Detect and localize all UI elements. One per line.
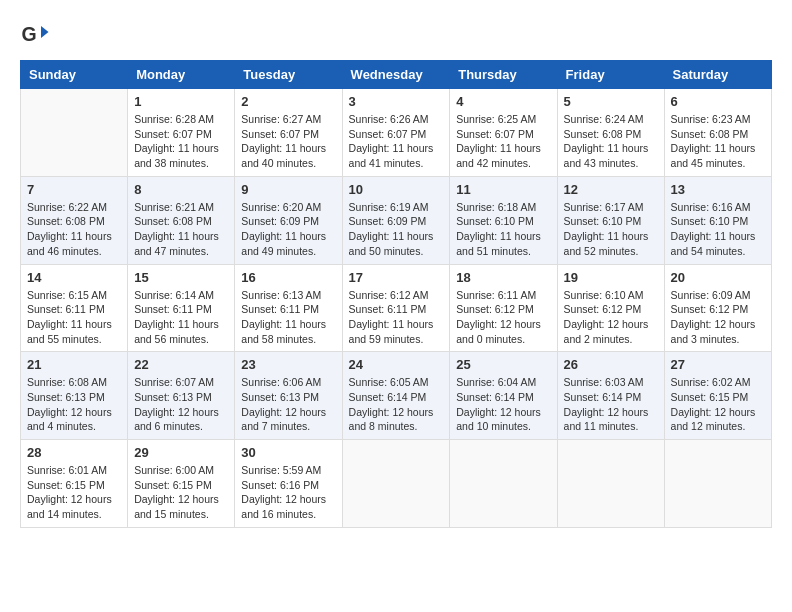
day-info: Sunrise: 6:23 AMSunset: 6:08 PMDaylight:…	[671, 112, 765, 171]
day-info: Sunrise: 6:05 AMSunset: 6:14 PMDaylight:…	[349, 375, 444, 434]
calendar-day-cell: 30Sunrise: 5:59 AMSunset: 6:16 PMDayligh…	[235, 440, 342, 528]
weekday-header: Wednesday	[342, 61, 450, 89]
calendar-day-cell: 10Sunrise: 6:19 AMSunset: 6:09 PMDayligh…	[342, 176, 450, 264]
calendar-day-cell: 9Sunrise: 6:20 AMSunset: 6:09 PMDaylight…	[235, 176, 342, 264]
calendar: SundayMondayTuesdayWednesdayThursdayFrid…	[20, 60, 772, 528]
calendar-day-cell: 13Sunrise: 6:16 AMSunset: 6:10 PMDayligh…	[664, 176, 771, 264]
calendar-day-cell: 3Sunrise: 6:26 AMSunset: 6:07 PMDaylight…	[342, 89, 450, 177]
day-info: Sunrise: 6:00 AMSunset: 6:15 PMDaylight:…	[134, 463, 228, 522]
day-number: 13	[671, 182, 765, 197]
day-info: Sunrise: 6:14 AMSunset: 6:11 PMDaylight:…	[134, 288, 228, 347]
day-info: Sunrise: 6:27 AMSunset: 6:07 PMDaylight:…	[241, 112, 335, 171]
day-number: 27	[671, 357, 765, 372]
day-number: 23	[241, 357, 335, 372]
day-number: 2	[241, 94, 335, 109]
day-info: Sunrise: 6:28 AMSunset: 6:07 PMDaylight:…	[134, 112, 228, 171]
calendar-day-cell: 29Sunrise: 6:00 AMSunset: 6:15 PMDayligh…	[128, 440, 235, 528]
calendar-day-cell: 11Sunrise: 6:18 AMSunset: 6:10 PMDayligh…	[450, 176, 557, 264]
calendar-day-cell: 25Sunrise: 6:04 AMSunset: 6:14 PMDayligh…	[450, 352, 557, 440]
day-info: Sunrise: 6:16 AMSunset: 6:10 PMDaylight:…	[671, 200, 765, 259]
calendar-day-cell: 19Sunrise: 6:10 AMSunset: 6:12 PMDayligh…	[557, 264, 664, 352]
calendar-day-cell: 5Sunrise: 6:24 AMSunset: 6:08 PMDaylight…	[557, 89, 664, 177]
day-number: 20	[671, 270, 765, 285]
day-number: 16	[241, 270, 335, 285]
logo-icon: G	[20, 20, 50, 50]
calendar-day-cell: 20Sunrise: 6:09 AMSunset: 6:12 PMDayligh…	[664, 264, 771, 352]
day-number: 14	[27, 270, 121, 285]
weekday-header: Monday	[128, 61, 235, 89]
day-info: Sunrise: 6:25 AMSunset: 6:07 PMDaylight:…	[456, 112, 550, 171]
calendar-day-cell: 27Sunrise: 6:02 AMSunset: 6:15 PMDayligh…	[664, 352, 771, 440]
day-number: 30	[241, 445, 335, 460]
calendar-week-row: 28Sunrise: 6:01 AMSunset: 6:15 PMDayligh…	[21, 440, 772, 528]
day-number: 22	[134, 357, 228, 372]
day-number: 26	[564, 357, 658, 372]
calendar-week-row: 21Sunrise: 6:08 AMSunset: 6:13 PMDayligh…	[21, 352, 772, 440]
day-info: Sunrise: 5:59 AMSunset: 6:16 PMDaylight:…	[241, 463, 335, 522]
day-number: 28	[27, 445, 121, 460]
calendar-day-cell	[21, 89, 128, 177]
calendar-day-cell: 7Sunrise: 6:22 AMSunset: 6:08 PMDaylight…	[21, 176, 128, 264]
calendar-week-row: 14Sunrise: 6:15 AMSunset: 6:11 PMDayligh…	[21, 264, 772, 352]
day-number: 8	[134, 182, 228, 197]
calendar-day-cell: 16Sunrise: 6:13 AMSunset: 6:11 PMDayligh…	[235, 264, 342, 352]
calendar-day-cell	[450, 440, 557, 528]
day-number: 5	[564, 94, 658, 109]
day-info: Sunrise: 6:08 AMSunset: 6:13 PMDaylight:…	[27, 375, 121, 434]
day-info: Sunrise: 6:07 AMSunset: 6:13 PMDaylight:…	[134, 375, 228, 434]
weekday-header: Thursday	[450, 61, 557, 89]
weekday-header: Saturday	[664, 61, 771, 89]
calendar-day-cell: 21Sunrise: 6:08 AMSunset: 6:13 PMDayligh…	[21, 352, 128, 440]
day-number: 17	[349, 270, 444, 285]
day-number: 7	[27, 182, 121, 197]
logo: G	[20, 20, 54, 50]
day-number: 29	[134, 445, 228, 460]
calendar-day-cell: 28Sunrise: 6:01 AMSunset: 6:15 PMDayligh…	[21, 440, 128, 528]
day-info: Sunrise: 6:17 AMSunset: 6:10 PMDaylight:…	[564, 200, 658, 259]
day-info: Sunrise: 6:13 AMSunset: 6:11 PMDaylight:…	[241, 288, 335, 347]
day-number: 10	[349, 182, 444, 197]
calendar-day-cell: 17Sunrise: 6:12 AMSunset: 6:11 PMDayligh…	[342, 264, 450, 352]
calendar-day-cell: 24Sunrise: 6:05 AMSunset: 6:14 PMDayligh…	[342, 352, 450, 440]
day-info: Sunrise: 6:19 AMSunset: 6:09 PMDaylight:…	[349, 200, 444, 259]
day-info: Sunrise: 6:18 AMSunset: 6:10 PMDaylight:…	[456, 200, 550, 259]
day-number: 12	[564, 182, 658, 197]
day-number: 11	[456, 182, 550, 197]
calendar-week-row: 7Sunrise: 6:22 AMSunset: 6:08 PMDaylight…	[21, 176, 772, 264]
weekday-header: Friday	[557, 61, 664, 89]
day-info: Sunrise: 6:01 AMSunset: 6:15 PMDaylight:…	[27, 463, 121, 522]
day-info: Sunrise: 6:21 AMSunset: 6:08 PMDaylight:…	[134, 200, 228, 259]
calendar-day-cell: 26Sunrise: 6:03 AMSunset: 6:14 PMDayligh…	[557, 352, 664, 440]
svg-text:G: G	[22, 23, 37, 45]
calendar-day-cell: 1Sunrise: 6:28 AMSunset: 6:07 PMDaylight…	[128, 89, 235, 177]
calendar-day-cell: 8Sunrise: 6:21 AMSunset: 6:08 PMDaylight…	[128, 176, 235, 264]
svg-marker-1	[41, 26, 49, 38]
day-number: 19	[564, 270, 658, 285]
weekday-header: Sunday	[21, 61, 128, 89]
page-header: G	[20, 20, 772, 50]
day-info: Sunrise: 6:09 AMSunset: 6:12 PMDaylight:…	[671, 288, 765, 347]
day-info: Sunrise: 6:24 AMSunset: 6:08 PMDaylight:…	[564, 112, 658, 171]
day-number: 6	[671, 94, 765, 109]
calendar-day-cell	[557, 440, 664, 528]
calendar-day-cell: 22Sunrise: 6:07 AMSunset: 6:13 PMDayligh…	[128, 352, 235, 440]
day-info: Sunrise: 6:03 AMSunset: 6:14 PMDaylight:…	[564, 375, 658, 434]
day-info: Sunrise: 6:20 AMSunset: 6:09 PMDaylight:…	[241, 200, 335, 259]
day-info: Sunrise: 6:12 AMSunset: 6:11 PMDaylight:…	[349, 288, 444, 347]
calendar-day-cell: 23Sunrise: 6:06 AMSunset: 6:13 PMDayligh…	[235, 352, 342, 440]
day-info: Sunrise: 6:10 AMSunset: 6:12 PMDaylight:…	[564, 288, 658, 347]
weekday-header: Tuesday	[235, 61, 342, 89]
calendar-week-row: 1Sunrise: 6:28 AMSunset: 6:07 PMDaylight…	[21, 89, 772, 177]
calendar-day-cell	[664, 440, 771, 528]
day-number: 4	[456, 94, 550, 109]
calendar-day-cell: 18Sunrise: 6:11 AMSunset: 6:12 PMDayligh…	[450, 264, 557, 352]
calendar-header-row: SundayMondayTuesdayWednesdayThursdayFrid…	[21, 61, 772, 89]
day-info: Sunrise: 6:04 AMSunset: 6:14 PMDaylight:…	[456, 375, 550, 434]
day-info: Sunrise: 6:06 AMSunset: 6:13 PMDaylight:…	[241, 375, 335, 434]
day-info: Sunrise: 6:02 AMSunset: 6:15 PMDaylight:…	[671, 375, 765, 434]
calendar-day-cell: 14Sunrise: 6:15 AMSunset: 6:11 PMDayligh…	[21, 264, 128, 352]
day-number: 3	[349, 94, 444, 109]
calendar-day-cell: 15Sunrise: 6:14 AMSunset: 6:11 PMDayligh…	[128, 264, 235, 352]
calendar-day-cell: 4Sunrise: 6:25 AMSunset: 6:07 PMDaylight…	[450, 89, 557, 177]
day-number: 1	[134, 94, 228, 109]
